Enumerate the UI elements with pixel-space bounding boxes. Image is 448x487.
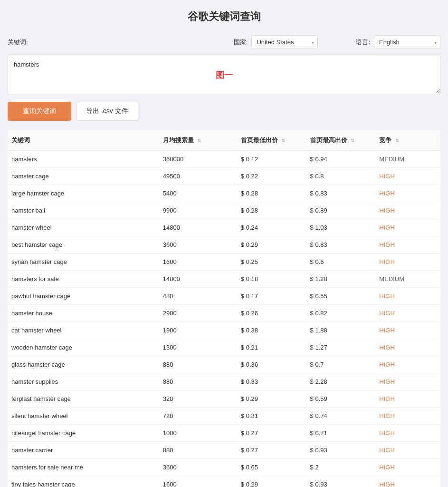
cell-maxbid: $ 0.82 bbox=[306, 305, 376, 322]
keyword-textarea[interactable]: hamsters bbox=[8, 55, 440, 93]
col-header-monthly[interactable]: 月均搜索量 ⇅ bbox=[159, 130, 237, 151]
cell-monthly: 14800 bbox=[159, 219, 237, 236]
cell-minbid: $ 0.38 bbox=[237, 322, 306, 339]
cell-maxbid: $ 1.88 bbox=[306, 322, 376, 339]
cell-competition: HIGH bbox=[375, 288, 440, 305]
cell-minbid: $ 0.28 bbox=[237, 202, 306, 219]
cell-maxbid: $ 0.59 bbox=[306, 390, 376, 408]
table-row: large hamster cage 5400 $ 0.28 $ 0.83 HI… bbox=[8, 185, 440, 202]
cell-monthly: 1600 bbox=[159, 253, 237, 271]
competition-sort-icon: ⇅ bbox=[395, 138, 399, 143]
cell-minbid: $ 0.22 bbox=[237, 168, 306, 185]
col-header-keyword[interactable]: 关键词 bbox=[8, 130, 159, 151]
cell-minbid: $ 0.27 bbox=[237, 442, 306, 459]
cell-keyword: niteangel hamster cage bbox=[8, 425, 159, 442]
table-row: cat hamster wheel 1900 $ 0.38 $ 1.88 HIG… bbox=[8, 322, 440, 339]
table-header-row: 关键词 月均搜索量 ⇅ 首页最低出价 ⇅ 首页最高出价 ⇅ bbox=[8, 130, 440, 151]
cell-keyword: cat hamster wheel bbox=[8, 322, 159, 339]
table-row: hamster carrier 880 $ 0.27 $ 0.93 HIGH bbox=[8, 442, 440, 459]
cell-monthly: 880 bbox=[159, 373, 237, 390]
cell-keyword: pawhut hamster cage bbox=[8, 288, 159, 305]
cell-competition: HIGH bbox=[375, 236, 440, 253]
cell-maxbid: $ 0.71 bbox=[306, 425, 376, 442]
query-button[interactable]: 查询关键词 bbox=[8, 102, 71, 121]
table-row: hamster cage 49500 $ 0.22 $ 0.8 HIGH bbox=[8, 168, 440, 185]
cell-competition: HIGH bbox=[375, 459, 440, 476]
country-label: 国家: bbox=[234, 38, 248, 47]
cell-minbid: $ 0.17 bbox=[237, 288, 306, 305]
cell-minbid: $ 0.27 bbox=[237, 425, 306, 442]
cell-competition: HIGH bbox=[375, 305, 440, 322]
cell-maxbid: $ 0.89 bbox=[306, 202, 376, 219]
cell-monthly: 1900 bbox=[159, 322, 237, 339]
language-select-wrapper[interactable]: English Chinese Spanish ▾ bbox=[374, 35, 440, 49]
table-row: niteangel hamster cage 1000 $ 0.27 $ 0.7… bbox=[8, 425, 440, 442]
cell-competition: HIGH bbox=[375, 322, 440, 339]
table-row: best hamster cage 3600 $ 0.29 $ 0.83 HIG… bbox=[8, 236, 440, 253]
table-row: hamster supplies 880 $ 0.33 $ 2.28 HIGH bbox=[8, 373, 440, 390]
cell-competition: HIGH bbox=[375, 253, 440, 271]
col-header-competition[interactable]: 竞争 ⇅ bbox=[375, 130, 440, 151]
cell-monthly: 3600 bbox=[159, 236, 237, 253]
cell-monthly: 1300 bbox=[159, 339, 237, 356]
col-header-minbid[interactable]: 首页最低出价 ⇅ bbox=[237, 130, 306, 151]
cell-keyword: best hamster cage bbox=[8, 236, 159, 253]
cell-maxbid: $ 1.03 bbox=[306, 219, 376, 236]
country-select-wrapper[interactable]: United States China United Kingdom ▾ bbox=[251, 35, 318, 49]
cell-maxbid: $ 0.55 bbox=[306, 288, 376, 305]
cell-minbid: $ 0.29 bbox=[237, 236, 306, 253]
export-button[interactable]: 导出 .csv 文件 bbox=[76, 102, 138, 121]
cell-minbid: $ 0.31 bbox=[237, 408, 306, 425]
cell-keyword: ferplast hamster cage bbox=[8, 390, 159, 408]
language-label: 语言: bbox=[356, 38, 370, 47]
cell-maxbid: $ 2.28 bbox=[306, 373, 376, 390]
table-row: tiny tales hamster cage 1600 $ 0.29 $ 0.… bbox=[8, 476, 440, 487]
language-select[interactable]: English Chinese Spanish bbox=[374, 35, 440, 49]
cell-monthly: 2900 bbox=[159, 305, 237, 322]
cell-competition: MEDIUM bbox=[375, 271, 440, 288]
cell-competition: HIGH bbox=[375, 339, 440, 356]
cell-maxbid: $ 1.27 bbox=[306, 339, 376, 356]
cell-minbid: $ 0.29 bbox=[237, 390, 306, 408]
cell-keyword: hamster supplies bbox=[8, 373, 159, 390]
keyword-input-wrapper: hamsters 图一 bbox=[8, 55, 440, 95]
cell-minbid: $ 0.12 bbox=[237, 151, 306, 168]
cell-monthly: 9900 bbox=[159, 202, 237, 219]
cell-maxbid: $ 0.83 bbox=[306, 236, 376, 253]
cell-minbid: $ 0.28 bbox=[237, 185, 306, 202]
cell-keyword: hamsters for sale bbox=[8, 271, 159, 288]
cell-maxbid: $ 1.28 bbox=[306, 271, 376, 288]
country-select[interactable]: United States China United Kingdom bbox=[251, 35, 318, 49]
table-row: hamsters for sale near me 3600 $ 0.65 $ … bbox=[8, 459, 440, 476]
cell-monthly: 368000 bbox=[159, 151, 237, 168]
minbid-sort-icon: ⇅ bbox=[281, 138, 285, 143]
cell-competition: HIGH bbox=[375, 168, 440, 185]
cell-keyword: hamster house bbox=[8, 305, 159, 322]
cell-keyword: silent hamster wheel bbox=[8, 408, 159, 425]
cell-monthly: 880 bbox=[159, 356, 237, 373]
cell-keyword: hamsters bbox=[8, 151, 159, 168]
cell-competition: HIGH bbox=[375, 202, 440, 219]
table-row: hamsters 368000 $ 0.12 $ 0.94 MEDIUM bbox=[8, 151, 440, 168]
cell-monthly: 480 bbox=[159, 288, 237, 305]
cell-minbid: $ 0.18 bbox=[237, 271, 306, 288]
cell-monthly: 1600 bbox=[159, 476, 237, 487]
cell-monthly: 1000 bbox=[159, 425, 237, 442]
table-body: hamsters 368000 $ 0.12 $ 0.94 MEDIUM ham… bbox=[8, 151, 440, 487]
cell-keyword: hamster wheel bbox=[8, 219, 159, 236]
cell-minbid: $ 0.33 bbox=[237, 373, 306, 390]
keyword-label: 关键词: bbox=[8, 38, 28, 47]
cell-competition: HIGH bbox=[375, 408, 440, 425]
col-header-maxbid[interactable]: 首页最高出价 ⇅ bbox=[306, 130, 376, 151]
cell-monthly: 720 bbox=[159, 408, 237, 425]
cell-monthly: 49500 bbox=[159, 168, 237, 185]
cell-minbid: $ 0.26 bbox=[237, 305, 306, 322]
cell-maxbid: $ 0.7 bbox=[306, 356, 376, 373]
table-row: pawhut hamster cage 480 $ 0.17 $ 0.55 HI… bbox=[8, 288, 440, 305]
cell-minbid: $ 0.25 bbox=[237, 253, 306, 271]
table-row: silent hamster wheel 720 $ 0.31 $ 0.74 H… bbox=[8, 408, 440, 425]
table-row: wooden hamster cage 1300 $ 0.21 $ 1.27 H… bbox=[8, 339, 440, 356]
table-row: hamster wheel 14800 $ 0.24 $ 1.03 HIGH bbox=[8, 219, 440, 236]
cell-maxbid: $ 2 bbox=[306, 459, 376, 476]
cell-keyword: wooden hamster cage bbox=[8, 339, 159, 356]
